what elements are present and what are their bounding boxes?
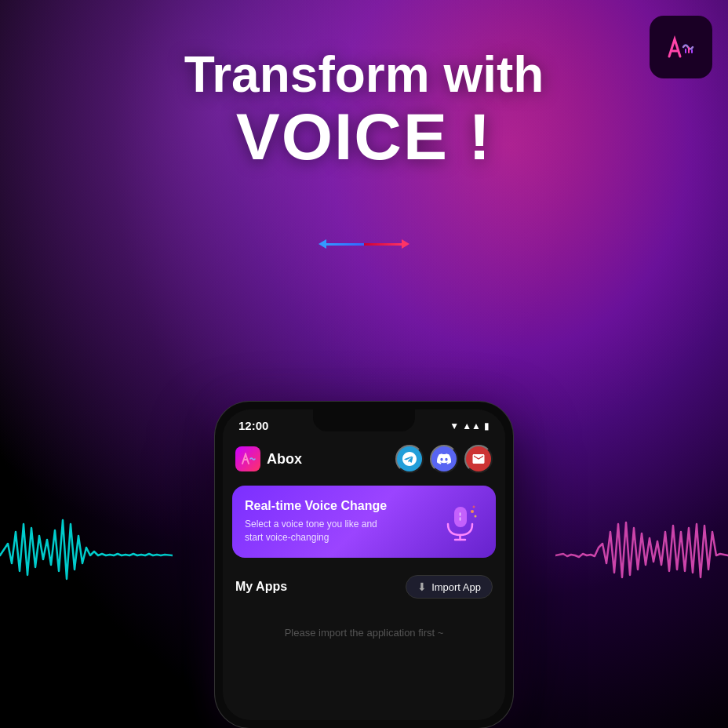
waveform-left — [0, 508, 173, 602]
import-app-button[interactable]: ⬇ Import App — [406, 575, 493, 599]
arrow-left — [325, 243, 364, 246]
voice-card-text: Real-time Voice Change Select a voice to… — [245, 499, 387, 544]
brand-icon — [235, 446, 260, 471]
arrow-right — [364, 243, 403, 246]
my-apps-title: My Apps — [235, 580, 287, 594]
hero-line1: Transform with — [0, 47, 728, 102]
discord-button[interactable] — [430, 445, 458, 473]
phone-mockup: 12:00 ▼ ▲▲ ▮ Abox — [215, 402, 513, 728]
email-button[interactable] — [464, 445, 493, 473]
my-apps-section: My Apps ⬇ Import App Please import the a… — [223, 564, 505, 673]
bidirectional-arrow — [325, 243, 403, 246]
svg-rect-3 — [454, 507, 467, 527]
brand-name: Abox — [267, 451, 302, 468]
wifi-icon: ▲▲ — [462, 420, 481, 431]
import-icon: ⬇ — [417, 581, 427, 593]
app-brand: Abox — [235, 446, 302, 471]
status-time: 12:00 — [238, 419, 268, 432]
svg-point-8 — [471, 510, 474, 513]
waveform-right — [555, 508, 728, 602]
mic-icon — [436, 498, 483, 545]
signal-icon: ▼ — [450, 420, 459, 431]
voice-card-description: Select a voice tone you like and start v… — [245, 518, 386, 544]
voice-card-title: Real-time Voice Change — [245, 499, 387, 513]
empty-apps-message: Please import the application first ~ — [235, 611, 493, 662]
phone-inner: 12:00 ▼ ▲▲ ▮ Abox — [223, 410, 505, 720]
svg-point-9 — [474, 515, 476, 517]
import-button-label: Import App — [431, 581, 481, 593]
voice-change-card[interactable]: Real-time Voice Change Select a voice to… — [232, 486, 496, 558]
svg-rect-1 — [688, 47, 690, 53]
svg-point-10 — [472, 505, 475, 508]
phone-outer: 12:00 ▼ ▲▲ ▮ Abox — [215, 402, 513, 728]
svg-rect-2 — [691, 49, 693, 53]
hero-line2: VOICE ! — [0, 102, 728, 171]
telegram-button[interactable] — [395, 445, 424, 473]
status-icons: ▼ ▲▲ ▮ — [450, 420, 490, 431]
app-header: Abox — [223, 437, 505, 479]
svg-rect-0 — [685, 49, 686, 53]
my-apps-header: My Apps ⬇ Import App — [235, 575, 493, 599]
app-icon[interactable] — [650, 16, 712, 78]
phone-bottom — [223, 673, 505, 720]
battery-icon: ▮ — [484, 420, 490, 431]
hero-title: Transform with VOICE ! — [0, 47, 728, 172]
social-icons — [395, 445, 493, 473]
phone-notch — [313, 410, 415, 431]
